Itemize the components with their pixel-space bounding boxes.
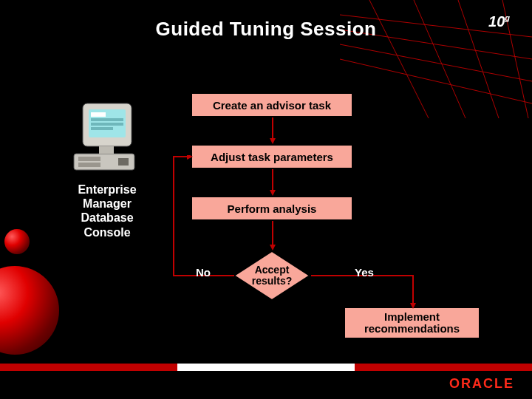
version-badge-main: 10 [488, 13, 505, 30]
version-badge: 10g [488, 13, 510, 30]
svg-rect-16 [91, 123, 123, 126]
decision-no-label: No [196, 266, 211, 279]
arrow-step2-step3 [270, 169, 276, 196]
footer-accent-bars [0, 364, 532, 371]
version-badge-sup: g [505, 13, 510, 22]
svg-marker-26 [187, 155, 193, 160]
svg-marker-23 [270, 190, 276, 196]
svg-marker-21 [270, 138, 276, 144]
flow-step-implement-label: Implement recommendations [364, 311, 460, 335]
oracle-logo: ORACLE [449, 376, 514, 392]
svg-line-2 [340, 44, 532, 81]
arrow-step1-step2 [270, 117, 276, 144]
flow-step-implement: Implement recommendations [344, 307, 480, 339]
arrow-step3-decision [270, 221, 276, 250]
svg-rect-11 [118, 158, 129, 166]
slide-footer: ORACLE [0, 364, 532, 399]
arrow-yes-path [310, 273, 428, 310]
computer-icon [66, 96, 148, 177]
svg-rect-15 [91, 118, 123, 121]
svg-rect-9 [78, 157, 100, 161]
svg-rect-18 [99, 146, 114, 154]
svg-line-3 [340, 59, 532, 103]
decision-yes-label: Yes [355, 266, 374, 279]
computer-label: Enterprise Manager Database Console [55, 183, 159, 239]
slide-title: Guided Tuning Session [0, 18, 532, 41]
decorative-sphere-large [0, 266, 59, 355]
flow-decision-label: Accept results? [233, 250, 311, 301]
flow-step-perform-analysis-label: Perform analysis [228, 202, 317, 215]
arrow-no-loop [166, 155, 240, 281]
flow-step-create-task: Create an advisor task [191, 92, 353, 117]
svg-rect-17 [91, 127, 113, 130]
svg-rect-10 [78, 163, 100, 167]
svg-rect-14 [91, 112, 106, 117]
svg-marker-27 [410, 303, 416, 309]
decorative-sphere-small [4, 229, 30, 254]
svg-marker-25 [270, 245, 276, 250]
flow-step-create-task-label: Create an advisor task [213, 99, 331, 112]
flow-decision-accept: Accept results? [233, 250, 311, 301]
